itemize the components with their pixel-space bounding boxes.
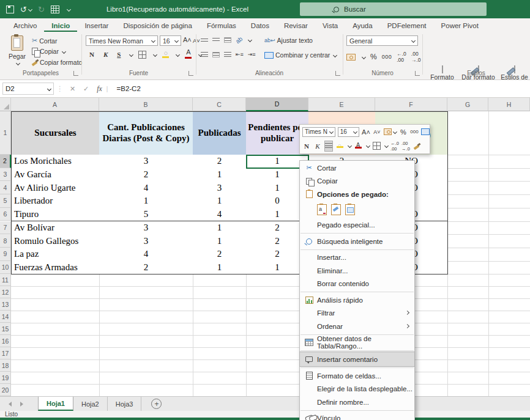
sheet-nav-left-icon[interactable]	[9, 402, 12, 407]
decrease-decimal-icon[interactable]: .00→.0	[411, 51, 421, 63]
column-header-h[interactable]: H	[488, 98, 530, 111]
mini-comma-button[interactable]: 000	[410, 127, 419, 138]
sheet-tab-hoja2[interactable]: Hoja2	[73, 397, 108, 411]
row-header-12[interactable]: 12	[0, 286, 11, 298]
row-header-10[interactable]: 10	[0, 261, 11, 274]
comma-style-button[interactable]: 000	[382, 54, 392, 60]
italic-button[interactable]: K	[102, 50, 110, 59]
mini-font-name-combo[interactable]: Times N	[302, 127, 335, 137]
font-name-combo[interactable]: Times New Roman	[86, 35, 158, 46]
insert-function-icon[interactable]: fx	[93, 84, 106, 94]
mini-italic-button[interactable]: K	[313, 141, 322, 152]
alignment-dialog-launcher-icon[interactable]	[335, 71, 340, 76]
column-header-e[interactable]: E	[308, 98, 375, 111]
row-header-8[interactable]: 8	[0, 234, 11, 248]
row-header-6[interactable]: 6	[0, 208, 11, 221]
ribbon-tab-datos[interactable]: Datos	[244, 20, 277, 32]
menu-item-v-nculo[interactable]: Vínculo	[300, 412, 414, 420]
ribbon-tab-vista[interactable]: Vista	[315, 20, 345, 32]
cell-a10[interactable]: Fuerzas Armadas	[11, 261, 100, 275]
row-header-11[interactable]: 11	[0, 274, 11, 286]
menu-item-insertar-comentario[interactable]: Insertar comentario	[300, 352, 414, 366]
row-header-7[interactable]: 7	[0, 221, 11, 235]
row-header-19[interactable]: 19	[0, 372, 11, 384]
align-center-icon[interactable]	[212, 52, 220, 57]
increase-decimal-icon[interactable]: ←.0.00	[397, 51, 406, 63]
paste-dropdown-icon[interactable]	[16, 61, 20, 65]
increase-indent-icon[interactable]: ⇥≡	[248, 51, 256, 57]
grow-font-button[interactable]: A˄	[183, 36, 192, 43]
cell-b4[interactable]: 4	[99, 181, 193, 195]
align-left-icon[interactable]	[201, 52, 208, 57]
clipboard-dialog-launcher-icon[interactable]	[73, 71, 78, 76]
mini-align-center-icon[interactable]	[324, 141, 333, 152]
mini-bold-button[interactable]: N	[302, 141, 311, 152]
underline-button[interactable]: S	[115, 50, 122, 59]
table-header-cell-sucursales[interactable]: Sucursales	[11, 111, 100, 155]
cell-a5[interactable]: Libertador	[11, 194, 100, 208]
ribbon-tab-ayuda[interactable]: Ayuda	[345, 20, 379, 32]
row-header-13[interactable]: 13	[0, 298, 11, 311]
menu-item-elegir-de-la-lista-desplegable[interactable]: Elegir de la lista desplegable...	[300, 383, 414, 396]
ribbon-tab-inicio[interactable]: Inicio	[44, 20, 77, 32]
align-bottom-icon[interactable]	[224, 37, 231, 43]
cell-a4[interactable]: Av Alirio Ugarte	[11, 181, 100, 195]
accounting-format-icon[interactable]	[346, 54, 356, 61]
copy-button[interactable]: Copiar	[32, 48, 65, 55]
cell-b5[interactable]: 1	[99, 194, 193, 208]
row-header-2[interactable]: 2	[0, 155, 11, 168]
cell-a2[interactable]: Los Morichales	[11, 155, 100, 169]
menu-item-b-squeda-inteligente[interactable]: Búsqueda inteligente	[300, 235, 414, 248]
cell-b2[interactable]: 3	[99, 155, 193, 169]
borders-icon[interactable]	[138, 51, 146, 59]
mini-font-color-button[interactable]: A	[354, 141, 362, 152]
align-middle-icon[interactable]	[212, 38, 220, 42]
table-header-cell-cant-publicaciones-diarias-post-copy[interactable]: Cant. Publicaciones Diarias (Post & Copy…	[99, 111, 193, 155]
decrease-indent-icon[interactable]: ⇤≡	[236, 51, 244, 57]
menu-item-eliminar[interactable]: Eliminar...	[300, 264, 414, 278]
font-color-button[interactable]: A	[185, 50, 192, 59]
align-top-icon[interactable]	[201, 39, 208, 42]
mini-fill-color-button[interactable]: ◌	[335, 141, 344, 152]
undo-icon[interactable]: ↺	[20, 6, 32, 13]
column-header-f[interactable]: F	[375, 98, 447, 111]
menu-item-pegado-especial[interactable]: Pegado especial...	[300, 219, 414, 232]
row-header-17[interactable]: 17	[0, 347, 11, 359]
cell-b3[interactable]: 2	[99, 168, 193, 182]
menu-item-insertar[interactable]: Insertar...	[300, 251, 414, 265]
font-dialog-launcher-icon[interactable]	[188, 71, 193, 76]
cell-a8[interactable]: Romulo Gallegos	[11, 234, 100, 248]
cell-b9[interactable]: 4	[99, 248, 193, 262]
menu-item-borrar-contenido[interactable]: Borrar contenido	[300, 278, 414, 291]
name-box[interactable]: D2	[2, 83, 54, 95]
orientation-icon[interactable]: ab	[234, 35, 244, 45]
ribbon-tab-disposici-n-de-p-gina[interactable]: Disposición de página	[116, 20, 200, 32]
paste-button[interactable]: Pegar	[5, 35, 29, 67]
menu-item-opciones-de-pegado[interactable]: Opciones de pegado:	[300, 188, 414, 201]
save-icon[interactable]	[6, 6, 14, 13]
menu-item-an-lisis-r-pido[interactable]: Análisis rápido	[300, 293, 414, 307]
search-input[interactable]: Buscar	[300, 2, 487, 16]
ribbon-tab-power-pivot[interactable]: Power Pivot	[434, 20, 486, 32]
cell-c9[interactable]: 2	[193, 248, 247, 262]
sheet-tab-hoja3[interactable]: Hoja3	[108, 397, 142, 411]
cell-c8[interactable]: 1	[193, 234, 247, 248]
sheet-nav-right-icon[interactable]	[20, 402, 23, 407]
column-header-c[interactable]: C	[193, 98, 246, 111]
cell-c6[interactable]: 4	[193, 208, 247, 222]
cell-b6[interactable]: 5	[99, 208, 193, 222]
column-header-b[interactable]: B	[99, 98, 193, 111]
mini-decrease-decimal-icon[interactable]: .00→.0	[401, 141, 410, 152]
cell-c3[interactable]: 1	[193, 168, 247, 182]
percent-style-button[interactable]: %	[370, 53, 377, 61]
cell-a3[interactable]: Av García	[11, 168, 100, 182]
font-size-combo[interactable]: 16	[160, 35, 181, 46]
menu-item-ordenar[interactable]: Ordenar	[300, 320, 414, 333]
bold-button[interactable]: N	[88, 50, 96, 59]
row-header-5[interactable]: 5	[0, 194, 11, 208]
formula-input[interactable]: =B2-C2	[117, 85, 141, 92]
menu-item-cortar[interactable]: ✂Cortar	[300, 161, 414, 175]
row-header-9[interactable]: 9	[0, 248, 11, 261]
mini-increase-decimal-icon[interactable]: ←.0.00	[390, 141, 399, 152]
ribbon-tab-archivo[interactable]: Archivo	[6, 20, 44, 32]
